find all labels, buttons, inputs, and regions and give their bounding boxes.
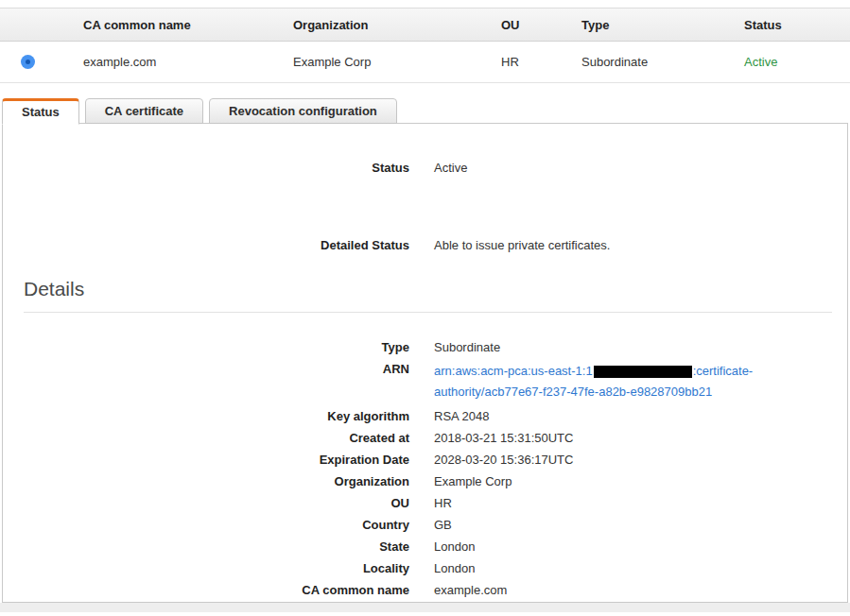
type-value: Subordinate xyxy=(434,339,500,355)
status-section: Status Active Detailed Status Able to is… xyxy=(3,124,847,253)
detail-row-state: State London xyxy=(3,539,847,555)
expiration-date-label: Expiration Date xyxy=(3,452,409,468)
tab-revocation-configuration[interactable]: Revocation configuration xyxy=(209,98,397,124)
state-label: State xyxy=(3,539,409,555)
row-selected-radio-button[interactable] xyxy=(21,55,35,69)
details-divider xyxy=(24,312,832,313)
details-heading: Details xyxy=(24,278,847,300)
status-row: Status Active xyxy=(3,160,847,176)
header-ca-common-name: CA common name xyxy=(83,18,293,32)
status-value: Active xyxy=(434,160,467,176)
detail-row-created-at: Created at 2018-03-21 15:31:50UTC xyxy=(3,430,847,446)
key-algorithm-label: Key algorithm xyxy=(3,408,409,424)
arn-value[interactable]: arn:aws:acm-pca:us-east-1:1:certificate-… xyxy=(434,361,753,402)
organization-label: Organization xyxy=(3,473,409,489)
ca-table-row[interactable]: example.com Example Corp HR Subordinate … xyxy=(0,42,850,83)
status-label: Status xyxy=(3,160,409,176)
ca-table-header-row: CA common name Organization OU Type Stat… xyxy=(0,8,850,42)
detail-row-organization: Organization Example Corp xyxy=(3,473,847,489)
detailed-status-row: Detailed Status Able to issue private ce… xyxy=(3,237,847,253)
row-ou: HR xyxy=(501,55,581,69)
detail-row-ca-common-name: CA common name example.com xyxy=(3,582,847,598)
detail-row-country: Country GB xyxy=(3,517,847,533)
arn-line1-suffix: :certificate- xyxy=(693,364,754,378)
ca-common-name-label: CA common name xyxy=(3,582,409,598)
detail-row-ou: OU HR xyxy=(3,495,847,511)
organization-value: Example Corp xyxy=(434,473,512,489)
arn-label: ARN xyxy=(3,361,409,402)
detail-tabs: Status CA certificate Revocation configu… xyxy=(0,97,850,124)
detail-row-arn: ARN arn:aws:acm-pca:us-east-1:1:certific… xyxy=(3,361,847,402)
header-type: Type xyxy=(581,18,744,32)
header-status: Status xyxy=(744,18,850,32)
detail-row-type: Type Subordinate xyxy=(3,339,847,355)
status-tab-panel: Status Active Detailed Status Able to is… xyxy=(2,123,848,603)
ou-label: OU xyxy=(3,495,409,511)
type-label: Type xyxy=(3,339,409,355)
created-at-label: Created at xyxy=(3,430,409,446)
expiration-date-value: 2028-03-20 15:36:17UTC xyxy=(434,452,573,468)
details-rows: Type Subordinate ARN arn:aws:acm-pca:us-… xyxy=(3,339,847,598)
ca-common-name-value: example.com xyxy=(434,582,507,598)
ou-value: HR xyxy=(434,495,452,511)
arn-prefix: arn:aws:acm-pca:us-east-1:1 xyxy=(434,364,593,378)
row-ca-common-name: example.com xyxy=(83,55,293,69)
header-ou: OU xyxy=(501,18,581,32)
redacted-account-id xyxy=(594,366,692,378)
detail-row-key-algorithm: Key algorithm RSA 2048 xyxy=(3,408,847,424)
tab-ca-certificate[interactable]: CA certificate xyxy=(85,98,203,124)
country-label: Country xyxy=(3,517,409,533)
locality-value: London xyxy=(434,560,475,576)
detailed-status-label: Detailed Status xyxy=(3,237,409,253)
country-value: GB xyxy=(434,517,452,533)
state-value: London xyxy=(434,539,475,555)
ca-table: CA common name Organization OU Type Stat… xyxy=(0,8,850,83)
tab-status[interactable]: Status xyxy=(2,98,79,125)
created-at-value: 2018-03-21 15:31:50UTC xyxy=(434,430,573,446)
locality-label: Locality xyxy=(3,560,409,576)
header-organization: Organization xyxy=(293,18,501,32)
page-background-strip xyxy=(0,603,850,616)
row-status-badge: Active xyxy=(744,55,850,69)
arn-line2: authority/acb77e67-f237-47fe-a82b-e98287… xyxy=(434,382,753,402)
row-organization: Example Corp xyxy=(293,55,501,69)
detail-row-locality: Locality London xyxy=(3,560,847,576)
detailed-status-value: Able to issue private certificates. xyxy=(434,237,610,253)
row-type: Subordinate xyxy=(581,55,744,69)
key-algorithm-value: RSA 2048 xyxy=(434,408,490,424)
detail-row-expiration-date: Expiration Date 2028-03-20 15:36:17UTC xyxy=(3,452,847,468)
